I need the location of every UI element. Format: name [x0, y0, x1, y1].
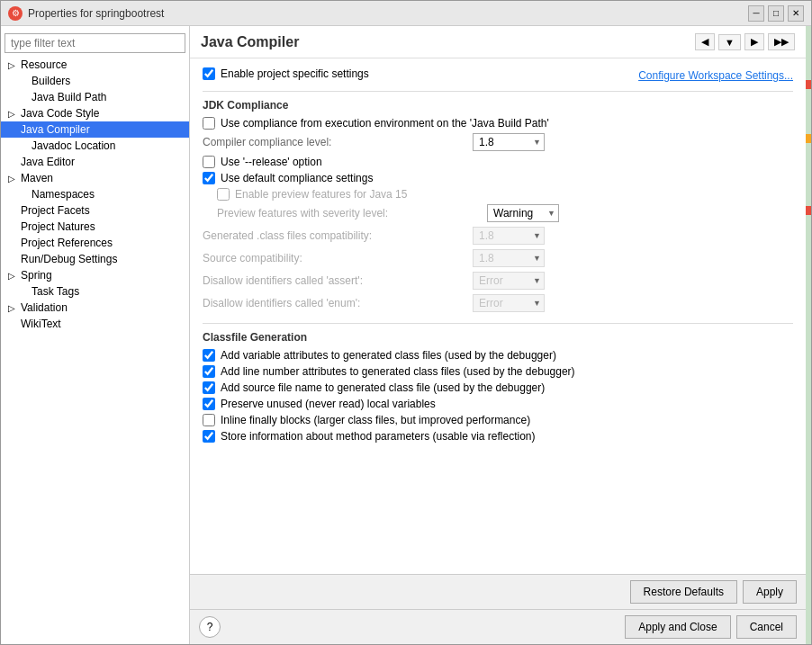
- window-title: Properties for springbootrest: [28, 7, 164, 20]
- enable-preview-checkbox[interactable]: [217, 188, 230, 201]
- source-compat-select[interactable]: 1.8: [473, 249, 545, 267]
- disallow-enum-select-wrapper: Error: [473, 294, 545, 312]
- page-title: Java Compiler: [201, 34, 299, 50]
- disallow-enum-label: Disallow identifiers called 'enum':: [203, 297, 473, 309]
- sidebar-item-project-facets[interactable]: Project Facets: [1, 202, 189, 219]
- generated-class-label: Generated .class files compatibility:: [203, 229, 473, 242]
- sidebar-item-project-references[interactable]: Project References: [1, 235, 189, 251]
- top-settings-row: Enable project specific settings Configu…: [203, 67, 793, 84]
- jdk-compliance-title: JDK Compliance: [203, 99, 793, 112]
- classfile-opt1-checkbox[interactable]: [203, 349, 215, 362]
- window-controls: ─ □ ✕: [748, 5, 804, 22]
- sidebar-item-java-editor[interactable]: Java Editor: [1, 154, 189, 170]
- expand-arrow: ▷: [8, 271, 17, 281]
- sidebar-item-label: Task Tags: [32, 285, 79, 298]
- sidebar-item-label: Spring: [21, 269, 52, 282]
- expand-arrow: ▷: [8, 303, 17, 313]
- classfile-opt5-row: Inline finally blocks (larger class file…: [203, 414, 793, 426]
- sidebar-item-label: Java Build Path: [32, 91, 106, 103]
- compliance-level-select[interactable]: 1.8 11 15: [473, 133, 545, 151]
- classfile-opt6-checkbox[interactable]: [203, 430, 215, 443]
- sidebar-item-java-build-path[interactable]: Java Build Path: [1, 89, 189, 105]
- classfile-generation-section: Classfile Generation Add variable attrib…: [203, 331, 793, 443]
- minimize-button[interactable]: ─: [748, 5, 764, 22]
- disallow-assert-select[interactable]: Error: [473, 272, 545, 290]
- sidebar-item-javadoc-location[interactable]: Javadoc Location: [1, 138, 189, 154]
- error-mark-2: [806, 206, 811, 215]
- sidebar-item-validation[interactable]: ▷ Validation: [1, 300, 189, 316]
- nav-forward2-button[interactable]: ▶▶: [768, 33, 795, 50]
- bottom-bar: ? Apply and Close Cancel: [190, 609, 806, 644]
- classfile-opt2-label: Add line number attributes to generated …: [221, 365, 575, 378]
- classfile-opt3-checkbox[interactable]: [203, 381, 215, 394]
- sidebar-item-label: Project Natures: [21, 220, 95, 233]
- classfile-opt5-checkbox[interactable]: [203, 414, 215, 426]
- enable-project-settings-checkbox[interactable]: [203, 67, 215, 80]
- disallow-enum-select[interactable]: Error: [473, 294, 545, 312]
- sidebar-item-resource[interactable]: ▷ Resource: [1, 57, 189, 73]
- disallow-assert-label: Disallow identifiers called 'assert':: [203, 274, 473, 287]
- apply-button[interactable]: Apply: [743, 580, 797, 604]
- cancel-button[interactable]: Cancel: [736, 615, 797, 639]
- close-button[interactable]: ✕: [788, 5, 804, 22]
- use-release-label: Use '--release' option: [221, 156, 322, 168]
- disallow-assert-row: Disallow identifiers called 'assert': Er…: [203, 272, 793, 290]
- nav-back-button[interactable]: ◀: [695, 33, 715, 50]
- sidebar-item-wikitext[interactable]: WikiText: [1, 316, 189, 332]
- nav-dropdown-button[interactable]: ▼: [718, 34, 741, 50]
- use-compliance-checkbox[interactable]: [203, 117, 215, 130]
- generated-class-select[interactable]: 1.8: [473, 227, 545, 245]
- titlebar: ⚙ Properties for springbootrest ─ □ ✕: [1, 1, 811, 26]
- sidebar-item-label: Java Code Style: [21, 107, 99, 120]
- sidebar-item-spring[interactable]: ▷ Spring: [1, 267, 189, 283]
- sidebar-item-label: Namespaces: [32, 188, 95, 201]
- help-button[interactable]: ?: [199, 616, 221, 638]
- window-icon: ⚙: [8, 6, 23, 21]
- enable-project-settings-row: Enable project specific settings: [203, 67, 369, 80]
- use-compliance-row: Use compliance from execution environmen…: [203, 117, 793, 130]
- maximize-button[interactable]: □: [768, 5, 784, 22]
- classfile-opt2-checkbox[interactable]: [203, 365, 215, 378]
- content-body: Enable project specific settings Configu…: [190, 58, 806, 574]
- restore-defaults-button[interactable]: Restore Defaults: [630, 580, 737, 604]
- sidebar-item-java-code-style[interactable]: ▷ Java Code Style: [1, 105, 189, 121]
- sidebar-item-label: Project Facets: [21, 204, 90, 217]
- separator: [203, 91, 793, 92]
- sidebar-item-project-natures[interactable]: Project Natures: [1, 219, 189, 235]
- apply-and-close-button[interactable]: Apply and Close: [625, 615, 730, 639]
- use-release-checkbox[interactable]: [203, 156, 215, 168]
- sidebar-item-maven[interactable]: ▷ Maven: [1, 170, 189, 186]
- content-header: Java Compiler ◀ ▼ ▶ ▶▶: [190, 26, 806, 58]
- expand-arrow: ▷: [8, 109, 17, 119]
- use-default-label: Use default compliance settings: [221, 172, 373, 184]
- classfile-opt3-row: Add source file name to generated class …: [203, 381, 793, 394]
- classfile-opt1-label: Add variable attributes to generated cla…: [221, 349, 556, 362]
- jdk-compliance-section: JDK Compliance Use compliance from execu…: [203, 99, 793, 312]
- sidebar-item-label: Run/Debug Settings: [21, 253, 117, 265]
- enable-preview-label: Enable preview features for Java 15: [235, 188, 505, 201]
- bottom-buttons: Apply and Close Cancel: [625, 615, 797, 639]
- sidebar-item-label: Maven: [21, 172, 53, 184]
- filter-input[interactable]: [5, 33, 185, 53]
- sidebar-item-builders[interactable]: Builders: [1, 73, 189, 89]
- sidebar-item-label: Project References: [21, 237, 113, 249]
- classfile-opt4-checkbox[interactable]: [203, 398, 215, 410]
- preview-severity-select[interactable]: Warning Error Info: [487, 204, 559, 222]
- classfile-opt4-row: Preserve unused (never read) local varia…: [203, 398, 793, 410]
- use-default-checkbox[interactable]: [203, 172, 215, 184]
- classfile-opt1-row: Add variable attributes to generated cla…: [203, 349, 793, 362]
- configure-workspace-link[interactable]: Configure Workspace Settings...: [638, 69, 793, 82]
- properties-window: ⚙ Properties for springbootrest ─ □ ✕ ▷ …: [0, 0, 812, 645]
- sidebar-item-label: Java Compiler: [21, 123, 90, 136]
- source-compat-row: Source compatibility: 1.8: [203, 249, 793, 267]
- nav-forward-button[interactable]: ▶: [744, 33, 764, 50]
- titlebar-left: ⚙ Properties for springbootrest: [8, 6, 164, 21]
- enable-preview-row: Enable preview features for Java 15: [217, 188, 793, 201]
- sidebar-item-run-debug[interactable]: Run/Debug Settings: [1, 251, 189, 267]
- sidebar-item-task-tags[interactable]: Task Tags: [1, 283, 189, 300]
- enable-project-settings-label[interactable]: Enable project specific settings: [221, 67, 369, 80]
- right-margin-panel: [806, 26, 811, 644]
- source-compat-label: Source compatibility:: [203, 252, 473, 264]
- sidebar-item-java-compiler[interactable]: Java Compiler: [1, 121, 189, 138]
- sidebar-item-namespaces[interactable]: Namespaces: [1, 186, 189, 202]
